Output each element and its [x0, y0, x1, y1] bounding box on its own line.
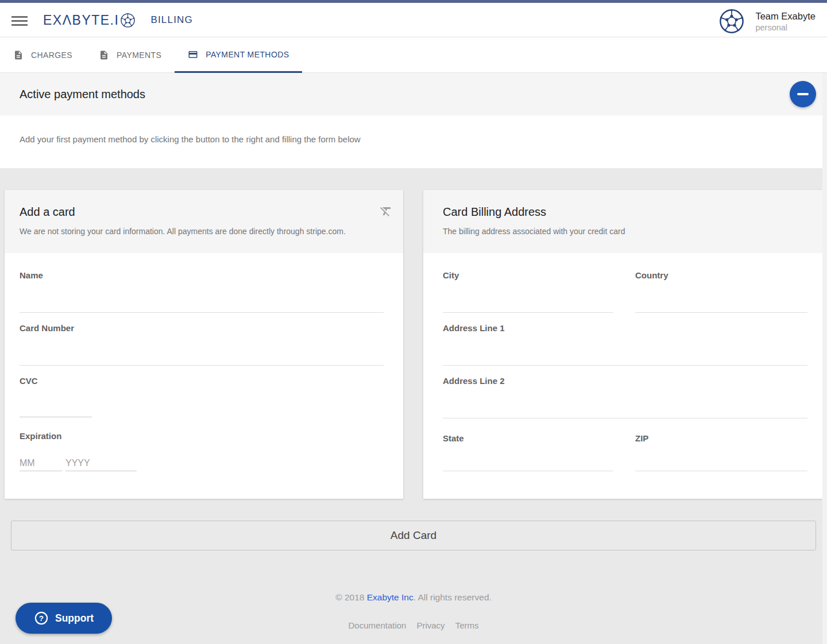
team-type: personal: [755, 22, 816, 33]
empty-state-message: Add your first payment method by clickin…: [20, 134, 361, 144]
team-avatar-icon: [718, 8, 745, 34]
address-line-2-field[interactable]: [443, 395, 807, 418]
state-field[interactable]: [443, 448, 613, 471]
name-field[interactable]: [20, 290, 384, 313]
billing-section-label: BILLING: [150, 14, 193, 26]
city-field[interactable]: [443, 290, 613, 313]
billing-tabs: CHARGES PAYMENTS PAYMENT METHODS: [0, 37, 827, 73]
tab-payments-label: PAYMENTS: [117, 51, 161, 60]
zip-label: ZIP: [635, 433, 648, 443]
menu-icon[interactable]: [11, 16, 28, 27]
exabyte-logo[interactable]: EXΛBYTE.I BILLING: [43, 3, 193, 37]
account-menu[interactable]: Team Exabyte personal: [718, 7, 816, 35]
address-line-1-label: Address Line 1: [443, 323, 505, 333]
tab-payment-methods-label: PAYMENT METHODS: [206, 50, 289, 59]
billing-page: EXΛBYTE.I BILLING Team Exabyte personal …: [0, 0, 827, 644]
active-payment-methods-band: Active payment methods: [0, 73, 827, 115]
empty-state-band: Add your first payment method by clickin…: [0, 115, 827, 168]
tab-payments[interactable]: PAYMENTS: [86, 37, 175, 73]
copyright-prefix: © 2018: [335, 592, 367, 602]
country-field[interactable]: [635, 290, 807, 313]
address-line-2-label: Address Line 2: [443, 376, 505, 386]
minus-icon: [797, 93, 809, 95]
billing-address-title: Card Billing Address: [443, 205, 546, 219]
add-card-button[interactable]: Add Card: [11, 521, 816, 550]
expiration-label: Expiration: [20, 431, 61, 441]
name-label: Name: [20, 270, 43, 280]
section-title: Active payment methods: [20, 73, 145, 115]
billing-address-panel: Card Billing Address The billing address…: [423, 190, 822, 499]
address-line-1-field[interactable]: [443, 343, 807, 366]
tab-payment-methods[interactable]: PAYMENT METHODS: [175, 37, 302, 73]
country-label: Country: [635, 270, 668, 280]
cvc-field[interactable]: [20, 394, 92, 417]
svg-text:?: ?: [39, 614, 44, 623]
card-number-field[interactable]: [20, 343, 384, 366]
add-card-title: Add a card: [20, 205, 75, 219]
copyright-suffix: . All rights reserved.: [413, 592, 492, 602]
company-link[interactable]: Exabyte Inc: [367, 592, 413, 602]
billing-address-panel-header: Card Billing Address The billing address…: [423, 190, 822, 253]
tab-charges-label: CHARGES: [31, 51, 72, 60]
privacy-link[interactable]: Privacy: [416, 620, 445, 630]
state-label: State: [443, 433, 464, 443]
terms-link[interactable]: Terms: [455, 620, 479, 630]
cvc-label: CVC: [20, 376, 38, 386]
collapse-button[interactable]: [790, 81, 816, 107]
document-icon: [13, 50, 24, 60]
expiration-year-field[interactable]: [65, 448, 137, 471]
documentation-link[interactable]: Documentation: [349, 620, 407, 630]
document-icon: [99, 50, 109, 60]
add-card-subtitle: We are not storing your card information…: [20, 227, 346, 236]
scrollbar-track[interactable]: [822, 73, 827, 644]
billing-address-subtitle: The billing address associated with your…: [443, 227, 625, 236]
help-icon: ?: [34, 611, 49, 626]
support-button[interactable]: ? Support: [16, 603, 112, 634]
soccer-ball-icon: [120, 13, 136, 28]
format-clear-icon[interactable]: [379, 204, 393, 218]
support-label: Support: [55, 612, 94, 624]
card-number-label: Card Number: [20, 323, 74, 333]
app-header: EXΛBYTE.I BILLING Team Exabyte personal: [0, 3, 827, 37]
tab-charges[interactable]: CHARGES: [0, 37, 86, 73]
copyright-line: © 2018 Exabyte Inc. All rights reserved.: [0, 592, 827, 603]
credit-card-icon: [188, 49, 198, 60]
expiration-month-field[interactable]: [20, 448, 62, 471]
zip-field[interactable]: [635, 448, 807, 471]
team-name: Team Exabyte: [755, 10, 816, 22]
add-card-panel: Add a card We are not storing your card …: [5, 190, 403, 499]
add-card-panel-header: Add a card We are not storing your card …: [5, 190, 403, 253]
city-label: City: [443, 270, 459, 280]
footer-links: Documentation Privacy Terms: [0, 620, 827, 630]
logo-text: EXΛBYTE.I: [43, 13, 119, 28]
